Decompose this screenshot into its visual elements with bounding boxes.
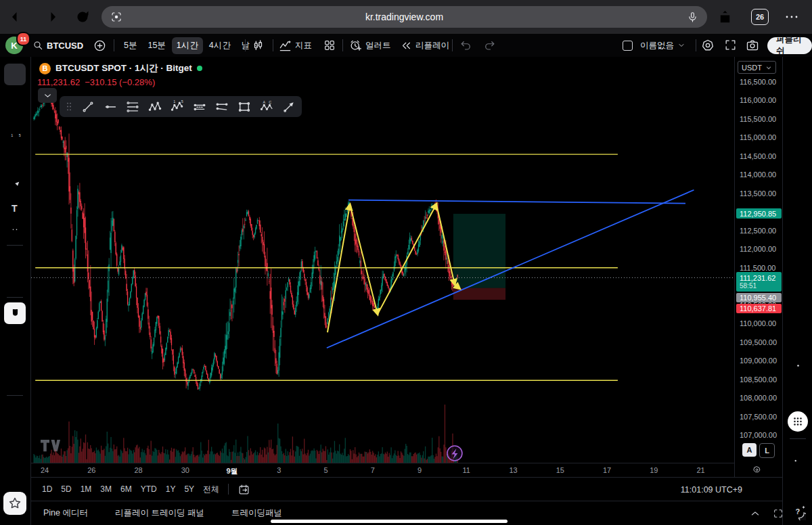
range-1y[interactable]: 1Y [166, 484, 176, 494]
apps-grid-icon[interactable] [788, 411, 808, 432]
layout-name-button[interactable]: 이름없음 [623, 34, 685, 57]
crosshair-tool[interactable] [4, 64, 26, 85]
price-chart-canvas[interactable] [31, 57, 734, 463]
chat-icon[interactable] [788, 145, 807, 164]
indicators-button[interactable]: 지표 [279, 34, 312, 57]
remove-drawings-tool[interactable] [4, 400, 26, 421]
parallel-channel-icon[interactable] [192, 99, 206, 114]
settings-icon[interactable] [701, 39, 715, 52]
redo-icon[interactable] [483, 39, 495, 51]
arrow-marker-icon[interactable] [281, 99, 296, 114]
alerts-clock-icon[interactable] [788, 91, 807, 110]
drag-handle-icon[interactable] [66, 99, 72, 114]
text-tool[interactable]: T [4, 198, 26, 219]
url-bar[interactable]: kr.tradingview.com [102, 6, 707, 28]
tf-1d[interactable]: 날 [237, 37, 252, 54]
time-axis[interactable]: 242628309월3579111315171921 [31, 463, 734, 478]
panel-expand-chevron-icon[interactable] [748, 507, 762, 520]
range-6m[interactable]: 6M [120, 484, 132, 494]
range-5y[interactable]: 5Y [184, 484, 194, 494]
reload-icon[interactable] [74, 9, 91, 25]
xabcd-pattern-icon[interactable] [148, 99, 162, 114]
notifications-bell-icon[interactable] [788, 474, 807, 493]
price-axis[interactable]: USDT 116,500.00116,000.00115,500.00115,0… [734, 57, 783, 477]
share-icon[interactable] [717, 9, 734, 25]
range-ytd[interactable]: YTD [141, 484, 157, 494]
forward-icon[interactable] [42, 9, 58, 25]
panel-maximize-icon[interactable] [771, 507, 785, 520]
elliott-wave-tool[interactable]: 15 [4, 130, 26, 152]
auto-scale-button[interactable]: A [742, 443, 757, 457]
tab-pine-editor[interactable]: Pine 에디터 [43, 507, 88, 519]
magnet-tool[interactable] [4, 302, 26, 324]
parallel-channel-tool[interactable] [4, 153, 26, 175]
collapse-toolbar-button[interactable] [38, 88, 57, 103]
publish-button[interactable]: 퍼블리쉬 [767, 37, 812, 54]
alert-button[interactable]: 얼러트 [349, 34, 391, 57]
chart-style-button[interactable] [252, 34, 265, 57]
chevron-down-icon [677, 41, 685, 49]
gauge-icon[interactable] [788, 356, 807, 375]
trend-line-icon[interactable] [81, 99, 95, 114]
log-scale-button[interactable]: L [759, 443, 775, 458]
camera-icon[interactable] [746, 39, 759, 52]
undo-icon[interactable] [460, 39, 472, 51]
tf-15m[interactable]: 15분 [143, 37, 170, 54]
alert-label: 얼러트 [365, 40, 391, 51]
goto-date-icon[interactable] [238, 483, 250, 496]
arrow-tool[interactable] [4, 175, 26, 197]
fib-retracement-icon[interactable] [125, 99, 139, 114]
time-tick: 21 [696, 466, 704, 474]
lock-all-tool[interactable] [4, 348, 26, 369]
trend-line-tool[interactable] [4, 85, 26, 107]
symbol-search[interactable]: BTCUSD [32, 34, 83, 57]
timezone-clock[interactable]: 11:01:09 UTC+9 [681, 478, 742, 501]
chart-pane[interactable]: B BTCUSDT SPOT · 1시간 · Bitget 111,231.62… [31, 57, 734, 463]
tab-trading-panel[interactable]: 트레이딩패널 [231, 507, 282, 519]
zoom-in-tool[interactable] [4, 273, 26, 294]
compare-add-button[interactable] [93, 34, 106, 57]
mic-icon[interactable] [685, 10, 699, 24]
drawing-lock-tool[interactable] [4, 325, 26, 347]
calendar-icon[interactable] [788, 384, 807, 403]
time-tick: 11 [463, 466, 470, 474]
layout-grid-button[interactable] [323, 34, 336, 57]
range-1m[interactable]: 1M [81, 484, 92, 494]
price-change: −310.15 (−0.28%) [85, 77, 155, 87]
range-3m[interactable]: 3M [100, 484, 112, 494]
abcd-pattern-icon[interactable]: AC [259, 99, 273, 114]
overflow-menu-icon[interactable] [784, 9, 800, 25]
fullscreen-icon[interactable] [724, 39, 737, 51]
watchlist-icon[interactable] [788, 64, 807, 83]
time-tick: 24 [41, 466, 49, 474]
replay-label: 리플레이 [415, 40, 449, 51]
tab-counter[interactable]: 26 [751, 9, 769, 25]
chart-legend[interactable]: B BTCUSDT SPOT · 1시간 · Bitget [39, 62, 202, 74]
replay-button[interactable]: 리플레이 [401, 34, 449, 57]
tf-1h[interactable]: 1시간 [172, 37, 203, 54]
hide-drawings-tool[interactable] [4, 370, 26, 392]
rectangle-icon[interactable] [237, 99, 251, 114]
disjoint-channel-icon[interactable] [215, 99, 229, 114]
favorites-star-button[interactable] [3, 492, 26, 515]
elliott-wave-icon[interactable]: 15 [170, 99, 184, 114]
back-icon[interactable] [9, 9, 26, 25]
range-all[interactable]: 전체 [203, 484, 219, 495]
range-5d[interactable]: 5D [61, 484, 71, 494]
lens-icon[interactable] [110, 10, 123, 24]
tab-replay-trading-panel[interactable]: 리플레이 트레이딩 패널 [115, 507, 204, 519]
horizontal-ray-icon[interactable] [103, 99, 117, 114]
streams-signal-icon[interactable] [788, 447, 807, 465]
tf-4h[interactable]: 4시간 [204, 37, 235, 54]
range-1d[interactable]: 1D [42, 484, 52, 494]
ruler-tool[interactable] [4, 250, 26, 271]
emoji-tool[interactable] [4, 220, 26, 242]
axis-settings-gear-icon[interactable] [752, 465, 762, 475]
help-icon[interactable]: ? [788, 503, 807, 522]
range-bar: 1D 5D 1M 3M 6M YTD 1Y 5Y 전체 11:01:09 UTC… [31, 477, 782, 501]
bottom-panel: Pine 에디터 리플레이 트레이딩 패널 트레이딩패널 [31, 501, 782, 525]
tf-5m[interactable]: 5분 [119, 37, 141, 54]
notification-badge: 11 [16, 32, 30, 46]
fib-retracement-tool[interactable] [4, 108, 26, 129]
object-tree-icon[interactable] [788, 118, 807, 137]
